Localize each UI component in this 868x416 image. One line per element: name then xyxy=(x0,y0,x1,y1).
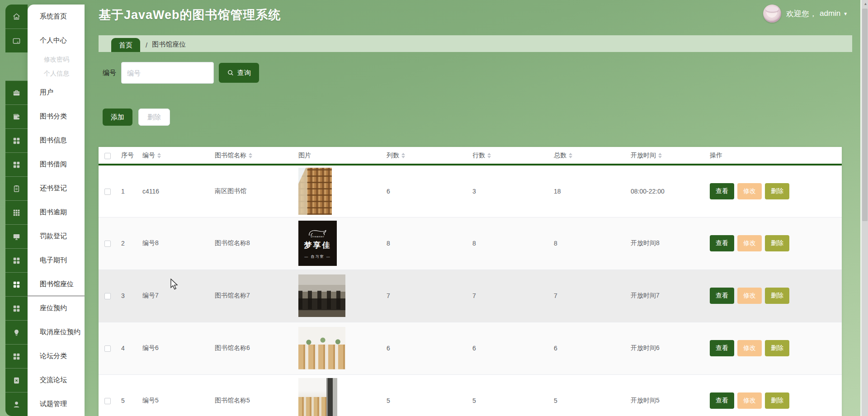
user-menu[interactable]: 欢迎您，admin ▼ xyxy=(763,5,848,23)
scrollbar-up-arrow[interactable]: ▲ xyxy=(863,2,868,6)
edit-button[interactable]: 修改 xyxy=(737,392,762,409)
sidebar-item-取消座位预约[interactable]: 取消座位预约 xyxy=(5,320,85,344)
sidebar-item-系统首页[interactable]: 系统首页 xyxy=(5,5,85,28)
postcard-icon xyxy=(12,37,21,45)
study-room-logo[interactable]: Dreamer梦享佳— 自习室 — xyxy=(298,221,337,266)
column-header-图片: 图片 xyxy=(294,147,382,165)
sidebar-subitem-修改密码[interactable]: 修改密码 xyxy=(5,52,85,66)
avatar[interactable] xyxy=(763,5,781,23)
sort-caret-icon[interactable] xyxy=(157,153,161,158)
delete-button-disabled[interactable]: 删除 xyxy=(138,109,170,126)
sort-caret-icon[interactable] xyxy=(658,153,662,158)
sidebar-item-座位预约[interactable]: 座位预约 xyxy=(5,296,85,320)
column-header-行数[interactable]: 行数 xyxy=(468,147,549,165)
sidebar-item-图书馆座位[interactable]: 图书馆座位 xyxy=(5,272,85,296)
row-name: 南区图书馆 xyxy=(210,165,294,217)
sidebar-item-label: 图书借阅 xyxy=(28,152,85,176)
vertical-scrollbar[interactable]: ▲ xyxy=(860,0,868,416)
sidebar-item-图书信息[interactable]: 图书信息 xyxy=(5,128,85,152)
delete-row-button[interactable]: 删除 xyxy=(765,340,789,356)
delete-row-button[interactable]: 删除 xyxy=(765,288,789,304)
column-header-列数[interactable]: 列数 xyxy=(382,147,468,165)
sidebar-item-个人中心[interactable]: 个人中心 xyxy=(5,28,85,52)
logo-tag: — 自习室 — xyxy=(304,254,330,259)
dark-study-carrels-photo[interactable] xyxy=(298,274,345,317)
row-code: 编号5 xyxy=(138,374,210,416)
row-open-time: 开放时间7 xyxy=(626,269,705,322)
view-button[interactable]: 查看 xyxy=(710,235,734,251)
row-name: 图书馆名称8 xyxy=(210,217,294,269)
row-actions: 查看修改删除 xyxy=(705,322,842,374)
column-header-开放时间[interactable]: 开放时间 xyxy=(626,147,705,165)
library-bookshelves-photo[interactable] xyxy=(298,168,332,215)
view-button[interactable]: 查看 xyxy=(710,183,734,199)
search-button[interactable]: 查询 xyxy=(219,63,259,83)
row-checkbox[interactable] xyxy=(104,241,111,247)
view-button[interactable]: 查看 xyxy=(710,288,734,304)
delete-row-button[interactable]: 删除 xyxy=(765,183,789,199)
edit-button[interactable]: 修改 xyxy=(737,340,762,356)
select-all-checkbox[interactable] xyxy=(104,153,111,159)
view-button[interactable]: 查看 xyxy=(710,340,734,356)
sidebar-item-label: 取消座位预约 xyxy=(28,320,85,344)
sidebar-item-图书借阅[interactable]: 图书借阅 xyxy=(5,152,85,176)
chevron-down-icon[interactable]: ▼ xyxy=(843,11,848,16)
sort-caret-icon[interactable] xyxy=(401,153,405,158)
table-row: 5编号5图书馆名称5555开放时间5查看修改删除 xyxy=(99,374,842,416)
row-checkbox[interactable] xyxy=(104,293,111,299)
table-body: 1c4116南区图书馆631808:00-22:00查看修改删除2编号8图书馆名… xyxy=(99,165,842,416)
grid-icon xyxy=(5,128,28,152)
search-label: 编号 xyxy=(103,69,116,77)
sidebar-item-label: 图书分类 xyxy=(28,104,85,128)
sidebar-subitem-个人信息[interactable]: 个人信息 xyxy=(5,66,85,80)
table-header-row: 序号编号图书馆名称图片列数行数总数开放时间操作 xyxy=(99,147,842,165)
edit-button[interactable]: 修改 xyxy=(737,235,762,251)
delete-row-button[interactable]: 删除 xyxy=(765,235,789,251)
bulb-icon xyxy=(5,320,28,344)
sort-caret-icon[interactable] xyxy=(569,153,572,158)
breadcrumb-home-tab[interactable]: 首页 xyxy=(111,38,140,52)
column-header-label: 序号 xyxy=(121,151,134,159)
row-rows: 3 xyxy=(468,165,549,217)
sidebar-item-罚款登记[interactable]: 罚款登记 xyxy=(5,224,85,248)
row-cols: 6 xyxy=(382,322,468,374)
delete-row-button[interactable]: 删除 xyxy=(765,392,789,409)
sidebar-item-试题管理[interactable]: 试题管理 xyxy=(5,392,85,416)
view-button[interactable]: 查看 xyxy=(710,392,734,409)
study-desks-photo[interactable] xyxy=(298,378,337,416)
row-name: 图书馆名称5 xyxy=(210,374,294,416)
scrollbar-thumb[interactable] xyxy=(862,9,868,221)
row-checkbox[interactable] xyxy=(104,398,111,404)
column-header-label: 开放时间 xyxy=(631,151,656,159)
column-header-编号[interactable]: 编号 xyxy=(138,147,210,165)
sidebar-item-label: 试题管理 xyxy=(28,392,85,416)
logo-name: 梦享佳 xyxy=(304,240,331,251)
sort-caret-icon[interactable] xyxy=(249,153,252,158)
row-checkbox[interactable] xyxy=(104,345,111,352)
breadcrumb-separator: / xyxy=(146,41,147,49)
row-total: 7 xyxy=(549,269,626,322)
sort-caret-icon[interactable] xyxy=(487,153,491,158)
column-header-图书馆名称[interactable]: 图书馆名称 xyxy=(210,147,294,165)
sidebar-item-还书登记[interactable]: 还书登记 xyxy=(5,176,85,200)
column-header-总数[interactable]: 总数 xyxy=(549,147,626,165)
row-checkbox[interactable] xyxy=(104,189,111,195)
sidebar: 系统首页个人中心修改密码个人信息用户图书分类图书信息图书借阅还书登记图书逾期罚款… xyxy=(5,5,85,415)
add-button[interactable]: 添加 xyxy=(103,109,132,126)
sidebar-item-label: 个人中心 xyxy=(28,28,85,52)
sidebar-item-论坛分类[interactable]: 论坛分类 xyxy=(5,344,85,368)
search-icon xyxy=(227,69,234,76)
grid-icon xyxy=(5,152,28,176)
sidebar-item-图书分类[interactable]: 图书分类 xyxy=(5,104,85,128)
row-code: 编号7 xyxy=(138,269,210,322)
sidebar-item-图书逾期[interactable]: 图书逾期 xyxy=(5,200,85,224)
sidebar-item-电子期刊[interactable]: 电子期刊 xyxy=(5,248,85,272)
sidebar-item-用户[interactable]: 用户 xyxy=(5,80,85,104)
wooden-chairs-photo[interactable] xyxy=(298,327,345,369)
search-input[interactable] xyxy=(121,62,214,84)
row-index: 4 xyxy=(117,322,138,374)
row-index: 5 xyxy=(117,374,138,416)
edit-button[interactable]: 修改 xyxy=(737,288,762,304)
edit-button[interactable]: 修改 xyxy=(737,183,762,199)
sidebar-item-交流论坛[interactable]: 交流论坛 xyxy=(5,368,85,392)
